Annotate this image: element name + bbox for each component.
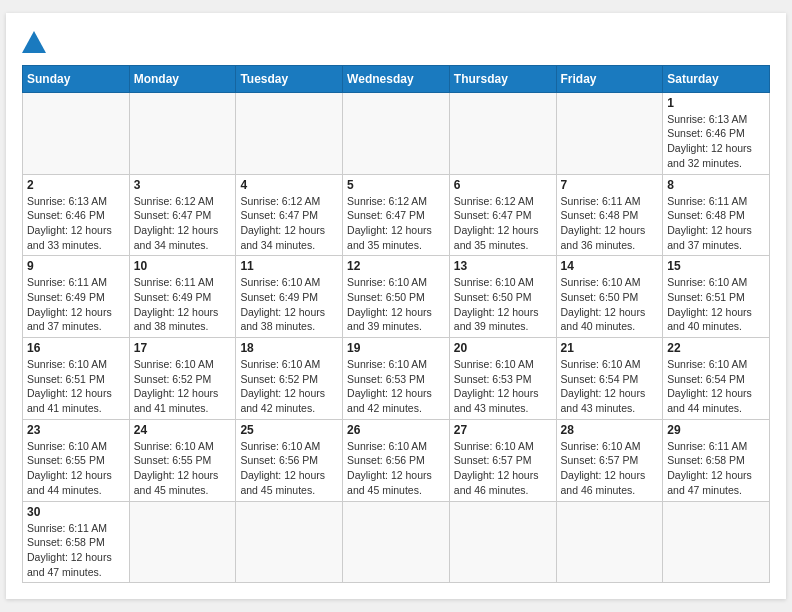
calendar-cell: 28Sunrise: 6:10 AMSunset: 6:57 PMDayligh… bbox=[556, 419, 663, 501]
day-number: 18 bbox=[240, 341, 338, 355]
calendar-cell: 6Sunrise: 6:12 AMSunset: 6:47 PMDaylight… bbox=[449, 174, 556, 256]
day-number: 10 bbox=[134, 259, 232, 273]
day-number: 20 bbox=[454, 341, 552, 355]
day-info: Sunrise: 6:10 AMSunset: 6:53 PMDaylight:… bbox=[454, 357, 552, 416]
day-number: 8 bbox=[667, 178, 765, 192]
day-number: 21 bbox=[561, 341, 659, 355]
day-number: 17 bbox=[134, 341, 232, 355]
calendar-container: SundayMondayTuesdayWednesdayThursdayFrid… bbox=[6, 13, 786, 600]
week-row-2: 2Sunrise: 6:13 AMSunset: 6:46 PMDaylight… bbox=[23, 174, 770, 256]
day-info: Sunrise: 6:13 AMSunset: 6:46 PMDaylight:… bbox=[667, 112, 765, 171]
week-row-3: 9Sunrise: 6:11 AMSunset: 6:49 PMDaylight… bbox=[23, 256, 770, 338]
day-number: 11 bbox=[240, 259, 338, 273]
day-number: 12 bbox=[347, 259, 445, 273]
calendar-cell: 13Sunrise: 6:10 AMSunset: 6:50 PMDayligh… bbox=[449, 256, 556, 338]
calendar-cell: 7Sunrise: 6:11 AMSunset: 6:48 PMDaylight… bbox=[556, 174, 663, 256]
calendar-cell: 14Sunrise: 6:10 AMSunset: 6:50 PMDayligh… bbox=[556, 256, 663, 338]
calendar-cell bbox=[23, 92, 130, 174]
calendar-cell: 4Sunrise: 6:12 AMSunset: 6:47 PMDaylight… bbox=[236, 174, 343, 256]
day-number: 7 bbox=[561, 178, 659, 192]
week-row-6: 30Sunrise: 6:11 AMSunset: 6:58 PMDayligh… bbox=[23, 501, 770, 583]
calendar-cell: 26Sunrise: 6:10 AMSunset: 6:56 PMDayligh… bbox=[343, 419, 450, 501]
calendar-cell: 10Sunrise: 6:11 AMSunset: 6:49 PMDayligh… bbox=[129, 256, 236, 338]
day-info: Sunrise: 6:10 AMSunset: 6:50 PMDaylight:… bbox=[347, 275, 445, 334]
calendar-cell bbox=[556, 92, 663, 174]
logo-triangle-icon bbox=[22, 31, 46, 53]
day-info: Sunrise: 6:10 AMSunset: 6:52 PMDaylight:… bbox=[134, 357, 232, 416]
day-number: 4 bbox=[240, 178, 338, 192]
day-info: Sunrise: 6:10 AMSunset: 6:49 PMDaylight:… bbox=[240, 275, 338, 334]
day-number: 28 bbox=[561, 423, 659, 437]
day-info: Sunrise: 6:11 AMSunset: 6:49 PMDaylight:… bbox=[27, 275, 125, 334]
calendar-header bbox=[22, 29, 770, 53]
week-row-1: 1Sunrise: 6:13 AMSunset: 6:46 PMDaylight… bbox=[23, 92, 770, 174]
day-number: 6 bbox=[454, 178, 552, 192]
calendar-cell: 27Sunrise: 6:10 AMSunset: 6:57 PMDayligh… bbox=[449, 419, 556, 501]
calendar-cell: 30Sunrise: 6:11 AMSunset: 6:58 PMDayligh… bbox=[23, 501, 130, 583]
day-info: Sunrise: 6:11 AMSunset: 6:48 PMDaylight:… bbox=[561, 194, 659, 253]
calendar-cell bbox=[343, 92, 450, 174]
calendar-cell: 9Sunrise: 6:11 AMSunset: 6:49 PMDaylight… bbox=[23, 256, 130, 338]
day-info: Sunrise: 6:10 AMSunset: 6:57 PMDaylight:… bbox=[454, 439, 552, 498]
weekday-header-thursday: Thursday bbox=[449, 65, 556, 92]
day-info: Sunrise: 6:10 AMSunset: 6:52 PMDaylight:… bbox=[240, 357, 338, 416]
calendar-cell: 18Sunrise: 6:10 AMSunset: 6:52 PMDayligh… bbox=[236, 338, 343, 420]
calendar-cell: 15Sunrise: 6:10 AMSunset: 6:51 PMDayligh… bbox=[663, 256, 770, 338]
calendar-cell: 24Sunrise: 6:10 AMSunset: 6:55 PMDayligh… bbox=[129, 419, 236, 501]
day-number: 19 bbox=[347, 341, 445, 355]
day-number: 30 bbox=[27, 505, 125, 519]
day-info: Sunrise: 6:12 AMSunset: 6:47 PMDaylight:… bbox=[240, 194, 338, 253]
day-info: Sunrise: 6:10 AMSunset: 6:56 PMDaylight:… bbox=[347, 439, 445, 498]
calendar-cell: 25Sunrise: 6:10 AMSunset: 6:56 PMDayligh… bbox=[236, 419, 343, 501]
day-info: Sunrise: 6:11 AMSunset: 6:58 PMDaylight:… bbox=[27, 521, 125, 580]
weekday-header-monday: Monday bbox=[129, 65, 236, 92]
day-number: 2 bbox=[27, 178, 125, 192]
calendar-cell: 3Sunrise: 6:12 AMSunset: 6:47 PMDaylight… bbox=[129, 174, 236, 256]
day-info: Sunrise: 6:10 AMSunset: 6:54 PMDaylight:… bbox=[561, 357, 659, 416]
day-number: 25 bbox=[240, 423, 338, 437]
calendar-cell bbox=[129, 501, 236, 583]
calendar-cell bbox=[449, 501, 556, 583]
calendar-cell: 16Sunrise: 6:10 AMSunset: 6:51 PMDayligh… bbox=[23, 338, 130, 420]
calendar-cell: 19Sunrise: 6:10 AMSunset: 6:53 PMDayligh… bbox=[343, 338, 450, 420]
day-info: Sunrise: 6:10 AMSunset: 6:57 PMDaylight:… bbox=[561, 439, 659, 498]
calendar-cell: 1Sunrise: 6:13 AMSunset: 6:46 PMDaylight… bbox=[663, 92, 770, 174]
calendar-cell: 21Sunrise: 6:10 AMSunset: 6:54 PMDayligh… bbox=[556, 338, 663, 420]
calendar-cell: 8Sunrise: 6:11 AMSunset: 6:48 PMDaylight… bbox=[663, 174, 770, 256]
week-row-5: 23Sunrise: 6:10 AMSunset: 6:55 PMDayligh… bbox=[23, 419, 770, 501]
day-info: Sunrise: 6:11 AMSunset: 6:49 PMDaylight:… bbox=[134, 275, 232, 334]
calendar-cell: 5Sunrise: 6:12 AMSunset: 6:47 PMDaylight… bbox=[343, 174, 450, 256]
calendar-cell: 17Sunrise: 6:10 AMSunset: 6:52 PMDayligh… bbox=[129, 338, 236, 420]
day-info: Sunrise: 6:10 AMSunset: 6:50 PMDaylight:… bbox=[454, 275, 552, 334]
calendar-cell bbox=[236, 92, 343, 174]
day-number: 9 bbox=[27, 259, 125, 273]
day-number: 13 bbox=[454, 259, 552, 273]
day-info: Sunrise: 6:10 AMSunset: 6:56 PMDaylight:… bbox=[240, 439, 338, 498]
day-number: 16 bbox=[27, 341, 125, 355]
day-number: 29 bbox=[667, 423, 765, 437]
day-info: Sunrise: 6:11 AMSunset: 6:58 PMDaylight:… bbox=[667, 439, 765, 498]
calendar-cell bbox=[556, 501, 663, 583]
calendar-cell bbox=[343, 501, 450, 583]
weekday-header-friday: Friday bbox=[556, 65, 663, 92]
day-info: Sunrise: 6:12 AMSunset: 6:47 PMDaylight:… bbox=[134, 194, 232, 253]
calendar-cell bbox=[663, 501, 770, 583]
weekday-header-saturday: Saturday bbox=[663, 65, 770, 92]
calendar-cell: 22Sunrise: 6:10 AMSunset: 6:54 PMDayligh… bbox=[663, 338, 770, 420]
logo bbox=[22, 29, 46, 53]
day-info: Sunrise: 6:10 AMSunset: 6:54 PMDaylight:… bbox=[667, 357, 765, 416]
calendar-cell: 11Sunrise: 6:10 AMSunset: 6:49 PMDayligh… bbox=[236, 256, 343, 338]
day-number: 23 bbox=[27, 423, 125, 437]
day-info: Sunrise: 6:10 AMSunset: 6:51 PMDaylight:… bbox=[667, 275, 765, 334]
day-info: Sunrise: 6:10 AMSunset: 6:51 PMDaylight:… bbox=[27, 357, 125, 416]
calendar-cell bbox=[236, 501, 343, 583]
weekday-header-tuesday: Tuesday bbox=[236, 65, 343, 92]
calendar-cell: 2Sunrise: 6:13 AMSunset: 6:46 PMDaylight… bbox=[23, 174, 130, 256]
day-info: Sunrise: 6:10 AMSunset: 6:53 PMDaylight:… bbox=[347, 357, 445, 416]
calendar-cell: 12Sunrise: 6:10 AMSunset: 6:50 PMDayligh… bbox=[343, 256, 450, 338]
day-info: Sunrise: 6:13 AMSunset: 6:46 PMDaylight:… bbox=[27, 194, 125, 253]
day-number: 3 bbox=[134, 178, 232, 192]
day-info: Sunrise: 6:11 AMSunset: 6:48 PMDaylight:… bbox=[667, 194, 765, 253]
weekday-header-wednesday: Wednesday bbox=[343, 65, 450, 92]
day-info: Sunrise: 6:10 AMSunset: 6:55 PMDaylight:… bbox=[27, 439, 125, 498]
